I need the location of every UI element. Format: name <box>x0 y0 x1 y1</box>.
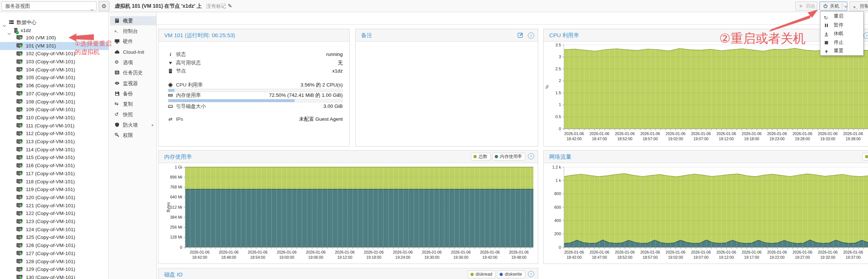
memory-legend-总数[interactable]: 总数 <box>471 153 491 160</box>
diskio-detail-icon[interactable]: › <box>528 271 534 277</box>
tree-item-vm-104[interactable]: 104 (Copy-of-VM-101) <box>0 66 109 74</box>
menu-item-休眠[interactable]: 休眠 <box>821 29 863 38</box>
tree-item-datacenter[interactable]: 数据中心 <box>0 18 109 27</box>
tree-settings-button[interactable]: ⚙ <box>99 1 109 11</box>
tree-item-vm-110[interactable]: 110 (Copy-of-VM-101) <box>0 114 109 122</box>
menu-item-暂停[interactable]: 暂停 <box>821 21 863 29</box>
nav-item-备份[interactable]: 备份 <box>110 89 157 98</box>
svg-text:0: 0 <box>559 127 561 131</box>
tree-item-vm-111[interactable]: 111 (Copy-of-VM-101) <box>0 122 109 130</box>
tree-item-vm-124[interactable]: 124 (Copy-of-VM-101) <box>0 226 109 234</box>
tree-item-vm-108[interactable]: 108 (Copy-of-VM-101) <box>0 98 109 106</box>
tree-item-vm-122[interactable]: 122 (Copy-of-VM-101) <box>0 209 109 218</box>
tags-row[interactable]: 没有标记✎ <box>206 0 232 12</box>
status-row-状态: i状态running <box>159 51 349 58</box>
menu-item-停止[interactable]: 停止 <box>821 38 863 47</box>
nav-item-监视器[interactable]: 监视器 <box>110 79 157 88</box>
vm-icon <box>16 155 23 160</box>
svg-text:200: 200 <box>554 232 561 236</box>
tree-item-vm-121[interactable]: 121 (Copy-of-VM-101) <box>0 202 109 210</box>
memory-legend-内存使用率[interactable]: 内存使用率 <box>492 153 525 160</box>
vm-icon <box>16 75 23 81</box>
svg-text:1: 1 <box>559 102 561 107</box>
no-tags-label: 没有标记 <box>206 3 226 9</box>
edit-tags-icon[interactable]: ✎ <box>228 3 232 9</box>
svg-text:18:42:00: 18:42:00 <box>567 255 582 259</box>
svg-text:2026-01-06: 2026-01-06 <box>615 250 635 254</box>
tree-item-vm-128[interactable]: 128 (Copy-of-VM-101) <box>0 258 109 266</box>
tree-item-vm-113[interactable]: 113 (Copy-of-VM-101) <box>0 138 109 146</box>
annotation-arrow-left <box>68 32 95 43</box>
menu-item-重启[interactable]: ↻重启 <box>821 12 863 21</box>
tree-item-vm-118[interactable]: 118 (Copy-of-VM-101) <box>0 178 109 186</box>
svg-text:19:27:00: 19:27:00 <box>795 255 810 259</box>
svg-text:2026-01-06: 2026-01-06 <box>793 131 812 136</box>
server-view-select[interactable]: 服务器视图 <box>1 1 96 11</box>
notes-detail-icon[interactable]: › <box>528 32 534 39</box>
tree-item-vm-127[interactable]: 127 (Copy-of-VM-101) <box>0 250 109 258</box>
tree-item-vm-116[interactable]: 116 (Copy-of-VM-101) <box>0 162 109 170</box>
menu-item-重置[interactable]: 重置 <box>821 46 863 55</box>
vm-icon <box>16 211 23 216</box>
svg-text:19:12:00: 19:12:00 <box>337 255 352 259</box>
tree-item-vm-109[interactable]: 109 (Copy-of-VM-101) <box>0 106 109 114</box>
tree-item-vm-125[interactable]: 125 (Copy-of-VM-101) <box>0 233 109 241</box>
heart-icon: ♥ <box>168 60 173 66</box>
nav-item-任务历史[interactable]: 任务历史 <box>110 68 157 77</box>
bolt-icon <box>824 48 829 53</box>
nav-item-权限[interactable]: 权限 <box>110 131 157 140</box>
svg-text:600: 600 <box>554 205 561 209</box>
tree-item-vm-119[interactable]: 119 (Copy-of-VM-101) <box>0 186 109 194</box>
nav-item-Cloud-Init[interactable]: Cloud-Init <box>110 47 157 57</box>
tree-item-vm-120[interactable]: 120 (Copy-of-VM-101) <box>0 194 109 202</box>
nav-item-选项[interactable]: ⚙选项 <box>110 58 157 67</box>
status-row-引导磁盘大小: 引导磁盘大小3.00 GiB <box>159 103 349 110</box>
ram-icon <box>168 93 173 98</box>
memory-detail-icon[interactable]: › <box>528 153 534 159</box>
tree-item-vm-106[interactable]: 106 (Copy-of-VM-101) <box>0 82 109 90</box>
tree-item-vm-112[interactable]: 112 (Copy-of-VM-101) <box>0 130 109 138</box>
tree-item-vm-130[interactable]: 130 (Copy-of-VM-101) <box>0 273 109 279</box>
nav-item-快照[interactable]: ↺快照 <box>110 110 157 119</box>
svg-text:2026-01-06: 2026-01-06 <box>640 131 660 136</box>
nav-item-复制[interactable]: ⇆复制 <box>110 99 157 109</box>
nav-item-硬件[interactable]: 硬件 <box>110 37 157 46</box>
pause-icon <box>824 22 829 27</box>
diskio-legend-diskwrite[interactable]: diskwrite <box>497 271 525 278</box>
tree-item-vm-129[interactable]: 129 (Copy-of-VM-101) <box>0 265 109 273</box>
tree-item-vm-103[interactable]: 103 (Copy-of-VM-101) <box>0 58 109 66</box>
svg-text:%: % <box>545 85 549 89</box>
chevron-down-icon[interactable] <box>3 21 6 24</box>
cpu-detail-icon[interactable]: › <box>864 32 868 39</box>
network-legend-netin[interactable]: netin <box>862 153 868 160</box>
edit-notes-icon[interactable] <box>518 32 524 38</box>
vm-icon <box>16 195 23 200</box>
tree-item-vm-117[interactable]: 117 (Copy-of-VM-101) <box>0 170 109 178</box>
tree-item-vm-105[interactable]: 105 (Copy-of-VM-101) <box>0 74 109 82</box>
tree-item-vm-107[interactable]: 107 (Copy-of-VM-101) <box>0 90 109 98</box>
chevron-down-icon[interactable] <box>7 29 11 32</box>
diskio-legend-diskread[interactable]: diskread <box>468 271 495 278</box>
tree-item-vm-123[interactable]: 123 (Copy-of-VM-101) <box>0 218 109 226</box>
tree-item-vm-115[interactable]: 115 (Copy-of-VM-101) <box>0 153 109 162</box>
tree-item-vm-126[interactable]: 126 (Copy-of-VM-101) <box>0 241 109 250</box>
nav-item-控制台[interactable]: >_控制台 <box>110 27 157 36</box>
vm-icon <box>16 251 23 256</box>
nav-item-概要[interactable]: 概要 <box>110 16 157 25</box>
svg-text:19:36:00: 19:36:00 <box>453 255 468 259</box>
svg-text:2026-01-06: 2026-01-06 <box>767 131 787 136</box>
svg-text:19:07:00: 19:07:00 <box>694 255 709 259</box>
console-button[interactable]: >_控制台 <box>850 1 868 11</box>
shutdown-button[interactable]: 关机 <box>819 1 847 11</box>
vm-icon <box>16 51 23 57</box>
status-value: running <box>326 51 343 58</box>
shutdown-caret-icon[interactable] <box>844 3 848 9</box>
disk-icon <box>168 104 173 109</box>
cpu-chart: 00.511.522.533.52026-01-0618:42:002026-0… <box>544 41 868 146</box>
nav-item-防火墙[interactable]: 防火墙▸ <box>110 120 157 130</box>
tree-item-vm-114[interactable]: 114 (Copy-of-VM-101) <box>0 146 109 154</box>
svg-text:3.5: 3.5 <box>555 43 561 47</box>
vm-title: 虚拟机 101 (VM 101) 在节点 'x1dz' 上 <box>115 0 202 12</box>
network-panel-title: 网络流量 <box>549 151 571 163</box>
vm-icon <box>16 235 23 240</box>
